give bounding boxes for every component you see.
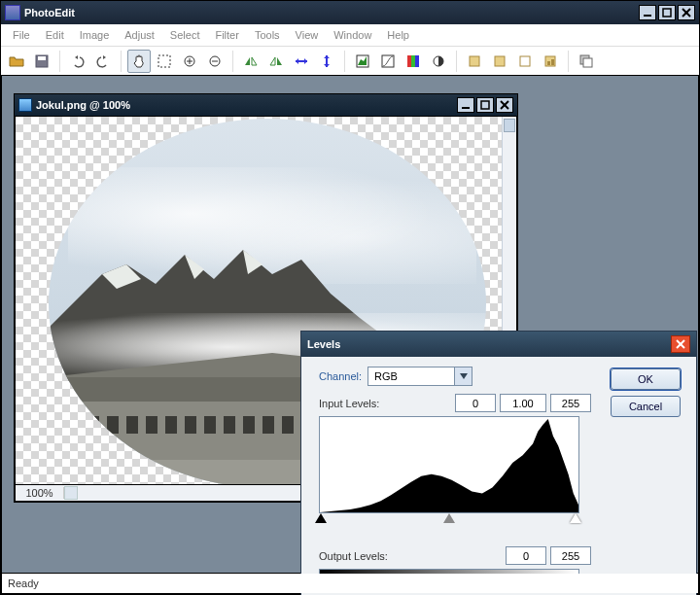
svg-rect-29 [481,101,489,109]
toolbar [1,46,699,75]
main-titlebar[interactable]: PhotoEdit [1,1,699,24]
brightness-icon[interactable] [427,50,450,73]
svg-rect-37 [126,416,138,434]
svg-rect-39 [165,416,177,434]
curves-icon[interactable] [376,50,400,73]
svg-rect-36 [107,416,119,434]
input-mid-field[interactable]: 1.00 [500,394,546,412]
document-titlebar[interactable]: Jokul.png @ 100% [15,94,517,116]
svg-rect-16 [407,55,411,67]
scroll-left-button[interactable] [64,486,78,500]
save-icon[interactable] [30,50,53,73]
svg-rect-22 [520,56,530,66]
doc-close-button[interactable] [496,97,513,113]
svg-rect-38 [146,416,158,434]
zoom-out-icon[interactable] [203,50,227,73]
menu-select[interactable]: Select [162,26,208,44]
histogram [319,416,579,513]
app-title: PhotoEdit [24,7,637,18]
document-icon [18,98,32,112]
flip-v-icon[interactable] [264,50,288,73]
dialog-titlebar[interactable]: Levels [301,332,696,357]
output-low-field[interactable]: 0 [506,546,546,565]
input-high-slider[interactable] [570,513,581,523]
menubar: File Edit Image Adjust Select Filter Too… [1,24,699,46]
svg-rect-27 [583,58,592,67]
crop-icon[interactable] [513,50,537,73]
layers-icon[interactable] [575,50,598,73]
main-window: PhotoEdit File Edit Image Adjust Select … [0,0,700,595]
redo-icon[interactable] [91,50,115,73]
menu-image[interactable]: Image [72,26,118,44]
dialog-close-button[interactable] [671,335,690,353]
cancel-button[interactable]: Cancel [611,396,681,417]
svg-rect-25 [551,59,554,65]
channel-combo[interactable]: RGB [368,367,472,386]
canvas-icon[interactable] [539,50,562,73]
menu-window[interactable]: Window [326,26,379,44]
dialog-title: Levels [307,338,671,350]
svg-rect-42 [224,416,235,434]
levels-dialog: Levels Channel: RGB Input Levels: 0 1.00 [300,331,697,595]
status-text: Ready [8,578,39,589]
svg-rect-21 [495,56,505,66]
app-icon [5,5,20,20]
open-icon[interactable] [5,50,28,73]
menu-adjust[interactable]: Adjust [117,26,162,44]
output-levels-label: Output Levels: [319,550,502,562]
menu-tools[interactable]: Tools [247,26,288,44]
statusbar: Ready [2,574,698,593]
svg-rect-44 [262,416,274,434]
svg-rect-18 [415,55,419,67]
resize-v-icon[interactable] [315,50,338,73]
document-title: Jokul.png @ 100% [36,99,455,111]
menu-edit[interactable]: Edit [38,26,72,44]
menu-help[interactable]: Help [379,26,417,44]
output-high-field[interactable]: 255 [550,546,591,565]
zoom-in-icon[interactable] [178,50,201,73]
svg-rect-45 [282,416,294,434]
svg-rect-40 [185,416,196,434]
menu-file[interactable]: File [5,26,38,44]
color-balance-icon[interactable] [402,50,425,73]
rotate-right-icon[interactable] [488,50,511,73]
channel-value: RGB [368,370,454,382]
input-levels-label: Input Levels: [319,398,451,409]
ok-button[interactable]: OK [611,368,681,390]
svg-rect-17 [411,55,415,67]
hand-tool-icon[interactable] [127,50,151,73]
zoom-readout[interactable]: 100% [16,487,64,499]
input-low-field[interactable]: 0 [455,394,496,412]
doc-maximize-button[interactable] [476,97,494,113]
input-mid-slider[interactable] [443,513,455,523]
flip-h-icon[interactable] [239,50,262,73]
undo-icon[interactable] [66,50,89,73]
minimize-button[interactable] [639,5,656,20]
menu-view[interactable]: View [288,26,327,44]
svg-rect-1 [663,9,671,17]
svg-rect-6 [158,55,170,67]
close-button[interactable] [678,5,695,20]
svg-rect-43 [243,416,255,434]
channel-label: Channel: [319,370,362,382]
rotate-left-icon[interactable] [463,50,486,73]
workspace: Jokul.png @ 100% [2,76,698,573]
input-high-field[interactable]: 255 [550,394,591,412]
svg-rect-20 [470,56,479,66]
chevron-down-icon[interactable] [454,368,472,385]
svg-rect-41 [204,416,216,434]
doc-minimize-button[interactable] [457,97,474,113]
resize-h-icon[interactable] [290,50,313,73]
svg-rect-24 [547,61,550,65]
dialog-body: Channel: RGB Input Levels: 0 1.00 255 [307,361,690,595]
input-sliders [319,513,579,527]
svg-rect-5 [38,56,46,60]
marquee-icon[interactable] [153,50,176,73]
menu-filter[interactable]: Filter [207,26,246,44]
input-low-slider[interactable] [315,513,327,523]
maximize-button[interactable] [658,5,676,20]
levels-icon[interactable] [351,50,374,73]
